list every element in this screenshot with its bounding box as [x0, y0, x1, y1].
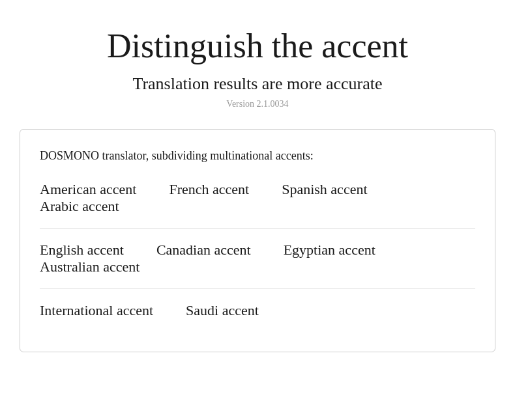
accent-item-1-1[interactable]: Canadian accent	[156, 242, 251, 259]
accent-item-0-0[interactable]: American accent	[40, 181, 136, 198]
accent-item-2-0[interactable]: International accent	[40, 302, 153, 319]
box-header: DOSMONO translator, subdividing multinat…	[40, 149, 475, 163]
accent-box: DOSMONO translator, subdividing multinat…	[20, 129, 495, 352]
accent-item-2-1[interactable]: Saudi accent	[186, 302, 259, 319]
accent-item-0-3[interactable]: Arabic accent	[40, 198, 119, 215]
main-title: Distinguish the accent	[107, 26, 408, 66]
accent-item-1-2[interactable]: Egyptian accent	[284, 242, 375, 259]
accent-row-0: American accentFrench accentSpanish acce…	[40, 181, 475, 215]
accent-row-1: English accentCanadian accentEgyptian ac…	[40, 228, 475, 275]
accent-item-0-2[interactable]: Spanish accent	[282, 181, 367, 198]
header-section: Distinguish the accent Translation resul…	[107, 26, 408, 109]
accent-item-1-3[interactable]: Australian accent	[40, 259, 140, 275]
subtitle: Translation results are more accurate	[107, 74, 408, 94]
accent-row-2: International accentSaudi accent	[40, 288, 475, 319]
accent-rows-container: American accentFrench accentSpanish acce…	[40, 181, 475, 319]
accent-item-1-0[interactable]: English accent	[40, 242, 124, 259]
version-text: Version 2.1.0034	[107, 99, 408, 109]
accent-item-0-1[interactable]: French accent	[169, 181, 249, 198]
